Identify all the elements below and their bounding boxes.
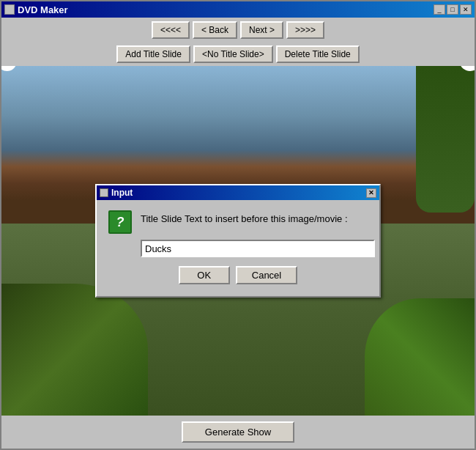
last-button[interactable]: >>>> — [286, 21, 324, 39]
dialog-icon — [100, 188, 108, 197]
cancel-button[interactable]: Cancel — [236, 266, 297, 284]
add-title-slide-button[interactable]: Add Title Slide — [116, 45, 190, 63]
delete-title-slide-button[interactable]: Delete Title Slide — [276, 45, 360, 63]
window-title: DVD Maker — [18, 4, 68, 15]
dialog-content: ? Title Slide Text to insert before this… — [97, 200, 379, 296]
navigation-toolbar: <<<< < Back Next > >>>> — [1, 18, 475, 43]
dialog-buttons: OK Cancel — [108, 263, 368, 289]
title-bar-buttons: _ □ ✕ — [434, 4, 472, 15]
dialog-prompt-label: Title Slide Text to insert before this i… — [141, 210, 348, 224]
question-icon: ? — [108, 210, 132, 234]
maximize-button[interactable]: □ — [447, 4, 458, 15]
dialog-overlay: Input ✕ ? Title Slide Text to insert bef… — [1, 66, 475, 416]
dialog-close-button[interactable]: ✕ — [366, 188, 376, 198]
main-window: DVD Maker _ □ ✕ <<<< < Back Next > >>>> … — [0, 0, 476, 450]
generate-show-button[interactable]: Generate Show — [182, 421, 294, 443]
back-button[interactable]: < Back — [193, 21, 237, 39]
dialog-title-left: Input — [100, 188, 133, 198]
title-slide-text-input[interactable] — [141, 240, 375, 257]
title-bar: DVD Maker _ □ ✕ — [1, 1, 475, 18]
close-button[interactable]: ✕ — [460, 4, 472, 15]
next-button[interactable]: Next > — [240, 21, 283, 39]
dialog-title-bar: Input ✕ — [97, 185, 379, 200]
title-bar-left: DVD Maker — [4, 4, 68, 15]
window-icon — [4, 4, 15, 15]
bottom-bar: Generate Show — [1, 416, 475, 449]
slide-toolbar: Add Title Slide <No Title Slide> Delete … — [1, 43, 475, 66]
dialog-title: Input — [111, 188, 133, 198]
main-image-area: Input ✕ ? Title Slide Text to insert bef… — [1, 66, 475, 416]
input-dialog: Input ✕ ? Title Slide Text to insert bef… — [95, 184, 381, 298]
minimize-button[interactable]: _ — [434, 4, 445, 15]
dialog-prompt-row: ? Title Slide Text to insert before this… — [108, 210, 368, 234]
first-button[interactable]: <<<< — [152, 21, 190, 39]
no-title-slide-button[interactable]: <No Title Slide> — [193, 45, 273, 63]
ok-button[interactable]: OK — [179, 266, 230, 284]
